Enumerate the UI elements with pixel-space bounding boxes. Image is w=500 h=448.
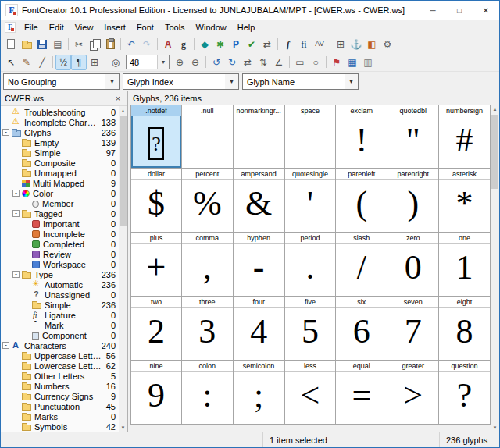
glyph-cell-zero[interactable]: zero0 [388, 233, 439, 297]
menu-item-window[interactable]: Window [191, 20, 232, 34]
sidebar-scrollbar[interactable]: ▲ ▼ [119, 106, 127, 432]
glyph-cell-null[interactable]: .null [182, 105, 234, 169]
external-tools-button[interactable]: ⚙ [380, 37, 395, 52]
glyph-cell-nine[interactable]: nine9 [130, 361, 182, 425]
flip-horizontal-button[interactable]: ⇄ [240, 55, 255, 70]
glyph-cell-colon[interactable]: colon: [182, 361, 234, 425]
glyph-cell-quotesingle[interactable]: quotesingle' [285, 169, 337, 233]
glyph-cell-nonmarkingr[interactable]: nonmarkingr... [234, 105, 285, 169]
glyph-cell-one[interactable]: one1 [439, 233, 491, 297]
zoom-level-combo[interactable]: 48▾ [126, 55, 170, 69]
tree-item-uppercase-letters[interactable]: Uppercase Letters56 [1, 350, 119, 361]
zoom-tool-button[interactable]: ◎ [108, 55, 123, 70]
print-button[interactable]: ▤ [50, 37, 66, 52]
insert-glyphs-button[interactable]: g [176, 37, 191, 52]
window-minimize-button[interactable]: ─ [420, 1, 446, 20]
tree-item-currency-signs[interactable]: Currency Signs9 [1, 391, 119, 401]
cut-button[interactable]: ✂ [71, 37, 87, 52]
autonaming-button[interactable]: ✱ [212, 37, 228, 52]
tree-item-marks[interactable]: Marks0 [1, 411, 119, 421]
tree-item-tagged[interactable]: -Tagged0 [1, 208, 119, 219]
glyph-tags-button[interactable]: ⚑ [329, 55, 345, 70]
show-metrics-button[interactable]: ½ [55, 55, 71, 70]
knife-tool-button[interactable]: ╱ [34, 55, 50, 70]
tree-item-important[interactable]: Important0 [1, 219, 119, 229]
tree-item-lowercase-letters[interactable]: Lowercase Letters62 [1, 361, 119, 371]
glyph-cell-parenright[interactable]: parenright) [388, 169, 439, 233]
glyph-cell-semicolon[interactable]: semicolon; [234, 361, 285, 425]
dropdown-arrow-icon[interactable]: ▾ [105, 74, 119, 89]
glyph-transformer-button[interactable]: ◆ [197, 37, 212, 52]
show-guidelines-button[interactable]: ¶ [71, 55, 87, 70]
skew-tool-button[interactable]: ∠ [271, 55, 287, 70]
tree-collapse-toggle[interactable]: - [12, 210, 20, 217]
scroll-up-icon[interactable]: ▲ [491, 105, 499, 113]
panel-close-icon[interactable]: × [112, 94, 123, 103]
glyph-cell-greater[interactable]: greater> [388, 361, 439, 425]
glyph-scrollbar[interactable]: ▲ ▼ [491, 105, 499, 432]
compare-fonts-button[interactable]: ⇄ [259, 37, 275, 52]
glyph-cell-percent[interactable]: percent% [182, 169, 234, 233]
anchor-manager-button[interactable]: ⚓ [348, 37, 364, 52]
tree-item-mark[interactable]: Mark0 [1, 320, 119, 330]
tree-item-other-letters[interactable]: Other Letters5 [1, 371, 119, 381]
tree-item-automatic[interactable]: Automatic236 [1, 279, 119, 290]
glyph-cell-six[interactable]: six6 [336, 297, 388, 361]
glyph-cell-notdef[interactable]: .notdef? [130, 105, 182, 169]
glyph-cell-less[interactable]: less< [285, 361, 337, 425]
paste-button[interactable] [102, 37, 118, 52]
font-properties-button[interactable]: ƒ [280, 37, 296, 52]
tree-item-unmapped[interactable]: Unmapped0 [1, 168, 119, 178]
scrollbar-thumb[interactable] [120, 116, 127, 226]
glyph-cell-four[interactable]: four4 [234, 297, 285, 361]
tree-item-unassigned[interactable]: Unassigned0 [1, 290, 119, 300]
glyph-cell-eight[interactable]: eight8 [439, 297, 491, 361]
tree-item-component[interactable]: Component0 [1, 330, 119, 340]
glyph-cell-two[interactable]: two2 [130, 297, 182, 361]
glyph-cell-dollar[interactable]: dollar$ [130, 169, 182, 233]
glyph-cell-hyphen[interactable]: hyphen- [234, 233, 285, 297]
tree-item-workspace[interactable]: Workspace0 [1, 259, 119, 269]
tree-collapse-toggle[interactable]: - [12, 190, 20, 197]
undo-button[interactable]: ↶ [123, 37, 139, 52]
window-maximize-button[interactable]: □ [446, 1, 473, 20]
glyph-cell-ampersand[interactable]: ampersand& [234, 169, 285, 233]
tree-item-composite[interactable]: Composite0 [1, 158, 119, 168]
menu-item-file[interactable]: File [19, 20, 44, 34]
tree-item-incomplete-characters[interactable]: Incomplete Characters138 [1, 117, 119, 127]
opentype-designer-button[interactable]: fi [296, 37, 312, 52]
pointer-mode-button[interactable]: ↖ [3, 55, 19, 70]
tree-item-review[interactable]: Review0 [1, 249, 119, 259]
font-validation-button[interactable]: ✔ [244, 37, 259, 52]
glyph-cell-parenleft[interactable]: parenleft( [336, 169, 388, 233]
menu-item-tools[interactable]: Tools [159, 20, 191, 34]
new-font-button[interactable] [3, 37, 19, 52]
tree-item-symbols[interactable]: Symbols42 [1, 421, 119, 432]
ellipse-tool-button[interactable]: ○ [308, 55, 323, 70]
tree-item-member[interactable]: Member0 [1, 198, 119, 208]
kerning-pairs-button[interactable]: AV [312, 37, 327, 52]
tree-item-completed[interactable]: Completed0 [1, 239, 119, 249]
tree-collapse-toggle[interactable]: - [12, 271, 20, 278]
glyph-cell-five[interactable]: five5 [285, 297, 337, 361]
tree-collapse-toggle[interactable]: - [2, 342, 9, 349]
glyph-grid-options-button[interactable]: ⊞ [333, 37, 348, 52]
open-font-button[interactable] [19, 37, 34, 52]
glyph-cell-question[interactable]: question? [439, 361, 491, 425]
scroll-down-icon[interactable]: ▼ [119, 423, 127, 432]
zoom-in-button[interactable]: ⊕ [172, 55, 188, 70]
tree-item-type[interactable]: -Type236 [1, 269, 119, 279]
scrollbar-thumb[interactable] [491, 115, 498, 189]
grouping-combo-3[interactable]: Glyph Name▾ [242, 73, 359, 90]
dropdown-arrow-icon[interactable]: ▾ [225, 74, 238, 89]
scrollbar-track[interactable] [119, 115, 127, 423]
show-grid-button[interactable]: ⊞ [87, 55, 102, 70]
glyph-cell-seven[interactable]: seven7 [388, 297, 439, 361]
tree-item-color[interactable]: -Color0 [1, 188, 119, 198]
color-designer-button[interactable]: ◧ [364, 37, 380, 52]
tree-item-characters[interactable]: -Characters240 [1, 340, 119, 350]
menu-item-font[interactable]: Font [131, 20, 159, 34]
tree-item-glyphs[interactable]: -Glyphs236 [1, 127, 119, 137]
flip-vertical-button[interactable]: ⇅ [255, 55, 271, 70]
tree-item-ligature[interactable]: Ligature0 [1, 310, 119, 320]
